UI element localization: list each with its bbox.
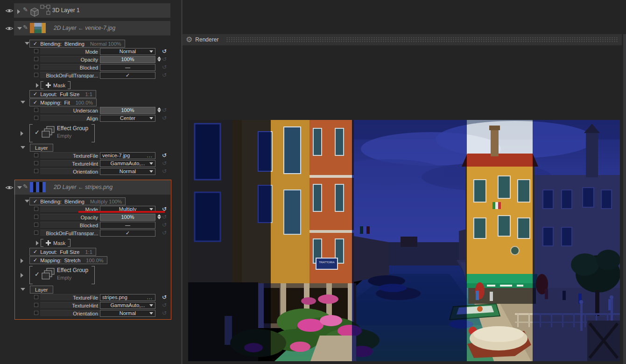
- opacity-field[interactable]: 100%: [100, 214, 155, 221]
- checkbox[interactable]: [34, 295, 38, 299]
- mapping-group-header[interactable]: ✓Mapping:Stretch100.0%: [0, 256, 181, 264]
- expander-right-icon[interactable]: [17, 9, 20, 14]
- mapping-group-header[interactable]: ✓Mapping:Fit100.0%: [0, 98, 181, 106]
- browse-button[interactable]: ...: [147, 294, 153, 301]
- texturehint-dropdown[interactable]: GammaAuto,...: [100, 160, 155, 167]
- mask-row: Mask: [0, 81, 181, 90]
- checkbox[interactable]: [34, 57, 38, 61]
- checkbox[interactable]: [34, 161, 38, 165]
- caret-down-icon: [149, 162, 153, 165]
- texturefile-row: TextureFilestripes.png...↺: [0, 294, 181, 301]
- reset-icon[interactable]: ↺: [162, 168, 167, 175]
- mask-row: Mask: [0, 238, 181, 247]
- reset-icon[interactable]: ↺: [162, 152, 167, 159]
- value-spinner[interactable]: [157, 56, 161, 62]
- checkbox[interactable]: [34, 223, 38, 227]
- orientation-dropdown[interactable]: Normal: [100, 310, 155, 317]
- reset-icon[interactable]: ↺: [162, 71, 167, 79]
- renderer-header[interactable]: ⚙ Renderer: [183, 34, 622, 45]
- reset-icon[interactable]: ↺: [162, 309, 167, 317]
- expander-right-icon[interactable]: [36, 241, 39, 245]
- visibility-eye-icon[interactable]: [5, 26, 14, 31]
- blocked-toggle[interactable]: —: [100, 64, 155, 71]
- reset-icon[interactable]: ↺: [162, 229, 167, 237]
- checkbox[interactable]: [34, 153, 38, 157]
- checkbox[interactable]: [34, 108, 38, 112]
- blending-group-header[interactable]: ✓Blending:BlendingNormal 100%: [0, 40, 181, 48]
- add-mask-button[interactable]: Mask: [41, 239, 70, 247]
- expander-down-icon[interactable]: [17, 27, 22, 30]
- mapping-group-box[interactable]: ✓Mapping:Fit100.0%: [29, 98, 97, 106]
- blending-group-box[interactable]: ✓Blending:BlendingNormal 100%: [29, 40, 125, 48]
- layer-section-header[interactable]: Layer: [0, 144, 181, 152]
- bracket-left: [29, 124, 33, 142]
- layout-group-box[interactable]: ✓Layout:Full Size1:1: [29, 248, 96, 256]
- checkbox[interactable]: [34, 303, 38, 307]
- edit-pencil-icon[interactable]: ✎: [23, 6, 28, 13]
- expander-down-icon[interactable]: [21, 146, 25, 149]
- layout-group-box[interactable]: ✓Layout:Full Size1:1: [29, 90, 96, 98]
- layer-header-venice[interactable]: ✎ 2D Layer ← venice-7.jpg: [14, 21, 170, 35]
- checkbox[interactable]: [34, 65, 38, 69]
- checkbox[interactable]: [34, 169, 38, 173]
- expander-right-icon[interactable]: [21, 131, 23, 136]
- reset-icon[interactable]: ↺: [162, 48, 167, 55]
- caret-down-icon: [149, 304, 153, 307]
- checkbox[interactable]: [34, 73, 38, 77]
- vertical-scrollbar[interactable]: [623, 34, 626, 364]
- texturefile-field[interactable]: stripes.png...: [100, 294, 155, 301]
- reset-icon[interactable]: ↺: [162, 56, 167, 63]
- reset-icon[interactable]: ↺: [162, 221, 167, 229]
- reset-icon[interactable]: ↺: [162, 301, 167, 309]
- mapping-group-box[interactable]: ✓Mapping:Stretch100.0%: [29, 256, 107, 264]
- value-spinner[interactable]: [157, 214, 161, 219]
- layout-group-header[interactable]: ✓Layout:Full Size1:1: [0, 90, 181, 98]
- value-spinner[interactable]: [157, 107, 161, 112]
- reset-icon[interactable]: ↺: [162, 294, 167, 301]
- edit-pencil-icon[interactable]: ✎: [23, 183, 28, 190]
- align-dropdown[interactable]: Center: [100, 115, 155, 122]
- reset-icon[interactable]: ↺: [162, 114, 167, 122]
- checkbox[interactable]: [34, 231, 38, 235]
- expander-down-icon[interactable]: [21, 288, 25, 291]
- visibility-eye-icon[interactable]: [5, 8, 14, 14]
- blockonfulltranspar-toggle[interactable]: ✓: [100, 230, 155, 237]
- browse-button[interactable]: ...: [147, 153, 153, 159]
- blending-group-header[interactable]: ✓Blending:BlendingMultiply 100%: [0, 197, 181, 205]
- effect-group[interactable]: ✓Effect GroupEmpty: [0, 124, 181, 142]
- layer-section-header[interactable]: Layer: [0, 286, 181, 294]
- mode-dropdown[interactable]: Normal: [100, 48, 155, 55]
- checkbox[interactable]: [34, 207, 38, 211]
- expander-down-icon[interactable]: [25, 42, 29, 45]
- visibility-eye-icon[interactable]: [5, 185, 14, 190]
- expander-right-icon[interactable]: [36, 83, 39, 88]
- texturefile-field[interactable]: venice-7.jpg...: [100, 152, 155, 159]
- expander-right-icon[interactable]: [21, 259, 23, 263]
- underscan-field[interactable]: 100%: [100, 107, 155, 114]
- blockonfulltranspar-toggle[interactable]: ✓: [100, 72, 155, 79]
- checkbox[interactable]: [34, 311, 38, 315]
- expander-down-icon[interactable]: [17, 186, 22, 189]
- add-mask-button[interactable]: Mask: [41, 81, 70, 89]
- reset-icon[interactable]: ↺: [162, 160, 167, 167]
- orientation-dropdown[interactable]: Normal: [100, 168, 155, 175]
- effect-group[interactable]: ✓Effect GroupEmpty: [0, 266, 181, 284]
- edit-pencil-icon[interactable]: ✎: [23, 24, 28, 31]
- layer-header-stripes[interactable]: ✎ 2D Layer ← stripes.png: [14, 180, 170, 195]
- layout-group-header[interactable]: ✓Layout:Full Size1:1: [0, 248, 181, 256]
- opacity-field[interactable]: 100%: [100, 56, 155, 63]
- checkbox[interactable]: [34, 215, 38, 219]
- expander-down-icon[interactable]: [25, 200, 29, 203]
- checkbox[interactable]: [34, 49, 38, 53]
- texturehint-dropdown[interactable]: GammaAuto,...: [100, 302, 155, 309]
- checkmark-icon: ✓: [33, 41, 37, 47]
- blocked-toggle[interactable]: —: [100, 222, 155, 229]
- expander-right-icon[interactable]: [21, 273, 23, 278]
- reset-icon[interactable]: ↺: [162, 213, 167, 221]
- checkbox[interactable]: [34, 116, 38, 120]
- expander-down-icon[interactable]: [21, 101, 25, 104]
- reset-icon[interactable]: ↺: [162, 63, 167, 71]
- layer-header-3d[interactable]: ✎ 3D Layer 1: [14, 3, 170, 18]
- reset-icon[interactable]: ↺: [162, 106, 167, 114]
- blending-group-box[interactable]: ✓Blending:BlendingMultiply 100%: [29, 197, 126, 205]
